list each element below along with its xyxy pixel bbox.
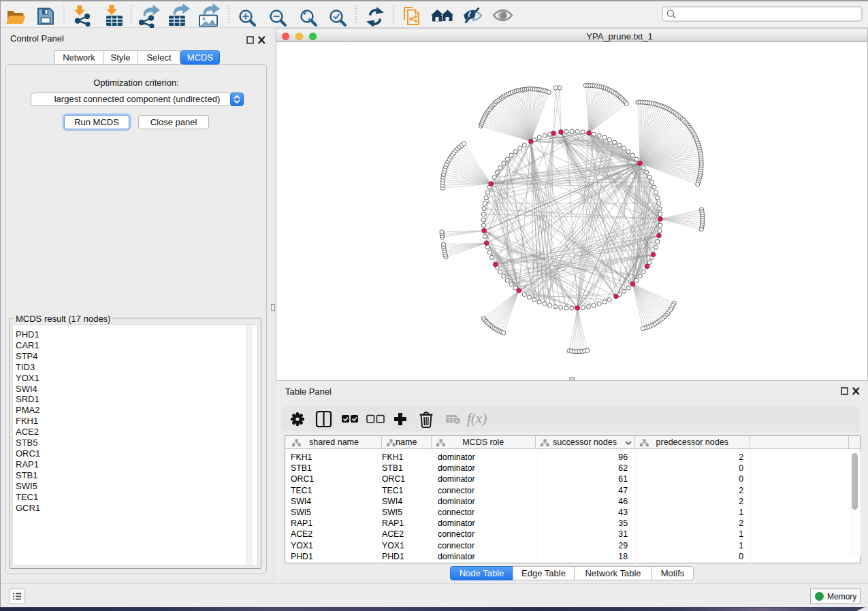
svg-text:f(x): f(x) [467, 410, 487, 427]
